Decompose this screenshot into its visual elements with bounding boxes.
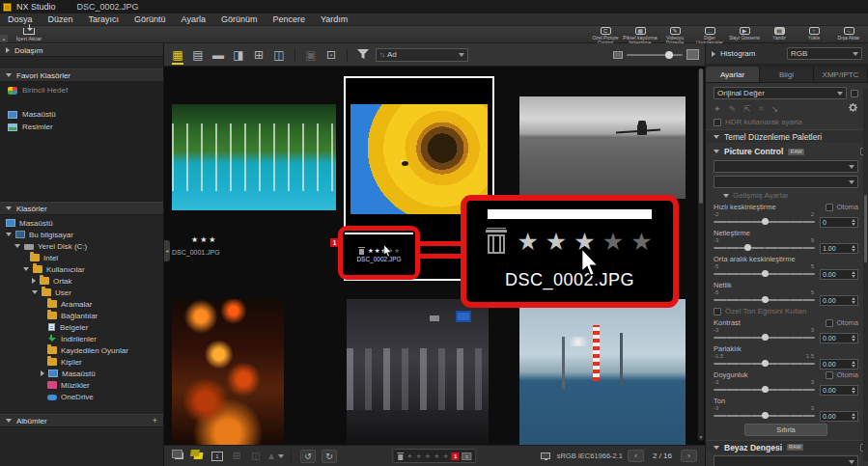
tab-xmp-iptc[interactable]: XMP/IPTC — [814, 67, 868, 82]
value-box[interactable]: 0.00 — [820, 269, 858, 280]
slider-knob[interactable] — [762, 386, 769, 393]
hdr-checkbox[interactable] — [714, 119, 721, 126]
pixel-shift-button[interactable]: ▦Piksel kaydırma birleştirme — [623, 26, 658, 43]
palettes-section-header[interactable]: Temel Düzenleme Paletleri — [706, 129, 868, 143]
value-box[interactable]: 0.00 — [820, 295, 858, 306]
tree-item-masaustu[interactable]: Masaüstü — [0, 368, 163, 379]
tree-item-belgeler[interactable]: Belgeler — [0, 321, 163, 333]
menu-pencere[interactable]: Pencere — [265, 14, 313, 26]
tree-item-desktop[interactable]: Masaüstü — [0, 217, 163, 229]
tree-item-users[interactable]: Kullanıcılar — [0, 263, 163, 275]
custom-tone-curve-checkbox[interactable] — [714, 308, 721, 315]
favorites-section-header[interactable]: Favori Klasörler — [0, 69, 163, 82]
slider-track[interactable] — [714, 247, 815, 249]
star-icon[interactable] — [406, 452, 412, 460]
slider-track[interactable] — [714, 221, 815, 223]
tree-item-kaydedilen-oyunlar[interactable]: Kaydedilen Oyunlar — [0, 344, 163, 356]
value-box[interactable]: 0 — [820, 217, 858, 228]
thumbnail-row2-2[interactable] — [347, 299, 489, 445]
value-box[interactable]: 0.00 — [820, 333, 858, 343]
filter-icon[interactable] — [355, 47, 371, 63]
folders-section-header[interactable]: Klasörler — [0, 202, 163, 215]
menu-dosya[interactable]: Dosya — [0, 14, 41, 26]
favorite-pictures[interactable]: Resimler — [0, 121, 163, 133]
tree-item-local-disk[interactable]: Yerel Disk (C:) — [0, 240, 163, 252]
grid-scrollbar[interactable]: ▼ — [698, 69, 704, 441]
import-button[interactable]: İçeri Aktar — [8, 26, 50, 43]
slider-knob[interactable] — [762, 218, 769, 225]
menu-gorunum[interactable]: Görünüm — [213, 14, 266, 26]
label-picker-icon[interactable]: ≡ — [462, 452, 472, 460]
sidebar-collapse-handle[interactable]: ◂ — [164, 240, 170, 261]
tree-item-this-pc[interactable]: Bu bilgisayar — [0, 229, 163, 240]
favorite-primary-target[interactable]: Birincil Hedef — [0, 84, 163, 96]
slider-knob[interactable] — [665, 51, 673, 59]
tree-item-aramalar[interactable]: Aramalar — [0, 298, 163, 310]
picture-control-header[interactable]: Picture ControlRAW — [706, 145, 868, 158]
gear-icon[interactable] — [848, 102, 858, 115]
white-balance-dropdown[interactable] — [714, 455, 858, 466]
tree-item-onedrive[interactable]: OneDrive — [0, 391, 163, 402]
split-view-icon[interactable]: ◨ — [231, 47, 246, 63]
star-icon[interactable] — [416, 452, 422, 460]
value-box[interactable]: 0.00 — [820, 385, 858, 396]
white-balance-header[interactable]: Beyaz DengesiRAW — [706, 440, 868, 453]
rating-dsc0001[interactable] — [191, 236, 216, 244]
auto-checkbox[interactable] — [826, 319, 833, 327]
add-album-icon[interactable]: + — [153, 416, 157, 425]
redo-button[interactable]: ↻ — [322, 450, 337, 463]
picture-control-dropdown-1[interactable] — [714, 160, 858, 173]
preset-checkbox[interactable] — [851, 90, 858, 97]
other-apps-button[interactable]: …Diğer Uygulamalar — [692, 26, 727, 43]
slideshow-button[interactable]: ▶Slayt Gösterisi — [727, 26, 762, 43]
value-box[interactable]: 1.00 — [820, 243, 858, 254]
star-icon[interactable] — [425, 452, 431, 460]
filmstrip-toggle-icon[interactable] — [191, 450, 205, 463]
tree-item-kisiler[interactable]: Kişiler — [0, 356, 163, 368]
single-image-icon[interactable]: 1 — [210, 450, 224, 463]
picture-control-dropdown-2[interactable] — [714, 176, 858, 188]
slider-knob[interactable] — [762, 412, 769, 419]
thumbnail-dsc0002[interactable] — [350, 104, 488, 214]
scroll-down-icon[interactable]: ▼ — [698, 433, 704, 441]
preset-dropdown[interactable]: Orijinal Değer — [714, 87, 847, 99]
star-icon[interactable] — [434, 452, 439, 460]
thumbnail-row2-3[interactable] — [519, 299, 686, 445]
tree-item-user[interactable]: User — [0, 287, 163, 298]
star-icon[interactable] — [442, 452, 448, 460]
auto-checkbox[interactable] — [826, 371, 833, 379]
menu-ayarla[interactable]: Ayarla — [174, 14, 213, 26]
undo-button[interactable]: ↺ — [300, 450, 316, 463]
color-label-badge[interactable]: 1 — [452, 452, 460, 460]
slider-knob[interactable] — [762, 296, 769, 303]
thumbnail-dsc0001[interactable] — [172, 104, 336, 210]
slider-track[interactable] — [714, 363, 815, 365]
tree-item-ortak[interactable]: Ortak — [0, 275, 163, 287]
slider-track[interactable] — [714, 273, 815, 275]
list-view-icon[interactable]: ▤ — [190, 47, 206, 63]
next-image-button[interactable]: › — [681, 450, 697, 462]
sort-dropdown[interactable]: ↑↓ Ad — [376, 48, 468, 62]
channel-dropdown[interactable]: RGB — [787, 47, 862, 60]
slider-knob[interactable] — [744, 244, 751, 251]
slider-knob[interactable] — [762, 270, 769, 277]
scrollbar-thumb[interactable] — [864, 195, 867, 262]
slider-track[interactable] — [714, 415, 815, 417]
thumbnail-dsc0003[interactable] — [519, 96, 686, 199]
slider-knob[interactable] — [762, 360, 769, 367]
quad-view-icon[interactable]: ⊞ — [251, 47, 266, 63]
slider-track[interactable] — [714, 389, 815, 391]
rating-widget[interactable]: 1 ≡ — [392, 449, 476, 463]
auto-checkbox[interactable] — [826, 204, 833, 211]
thumbnail-row2-1[interactable] — [172, 299, 284, 445]
single-view-icon[interactable]: ▬ — [210, 47, 226, 63]
albums-section-header[interactable]: Albümler+ — [0, 414, 163, 427]
tab-ayarlar[interactable]: Ayarlar — [706, 67, 760, 82]
upload-button[interactable]: ↑Yükle — [797, 26, 831, 43]
slider-track[interactable] — [714, 337, 815, 339]
menu-tarayici[interactable]: Tarayıcı — [81, 14, 127, 26]
scrollbar-thumb[interactable] — [699, 69, 703, 204]
edit-video-button[interactable]: ✎Videoyu Düzenle — [658, 26, 692, 43]
menu-duzen[interactable]: Düzen — [41, 14, 81, 26]
slider-track[interactable] — [714, 299, 815, 301]
